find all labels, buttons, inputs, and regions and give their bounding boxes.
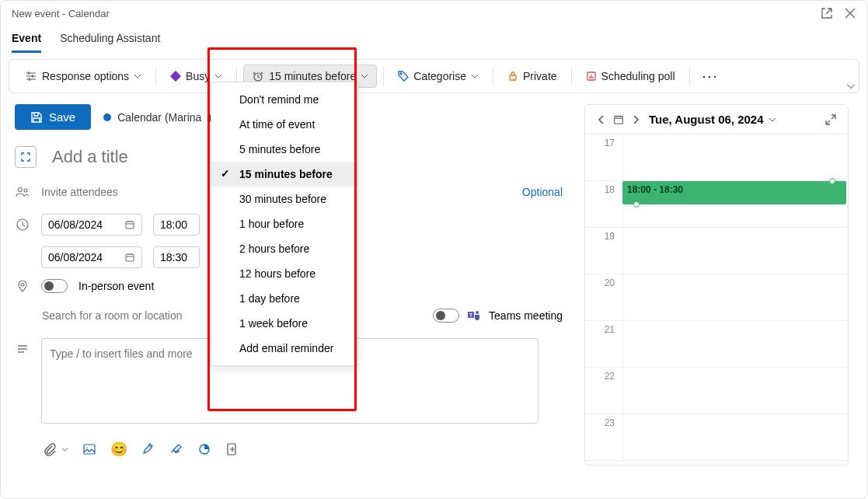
svg-rect-8 — [126, 222, 134, 229]
event-handle-bottom[interactable] — [633, 201, 640, 208]
start-time-input[interactable]: 18:00 — [153, 214, 200, 236]
titlebar: New event - Calendar — [1, 1, 867, 23]
scheduling-poll-button[interactable]: Scheduling poll — [578, 65, 683, 87]
reminder-option[interactable]: At time of event — [211, 112, 357, 137]
calendar-icon — [124, 219, 135, 230]
start-date-input[interactable]: 06/08/2024 — [41, 214, 142, 236]
reminder-option[interactable]: 1 hour before — [211, 211, 357, 236]
reminder-option[interactable]: 5 minutes before — [211, 137, 357, 162]
svg-point-5 — [19, 188, 23, 192]
optional-link[interactable]: Optional — [522, 186, 563, 198]
attach-icon[interactable] — [43, 442, 57, 456]
clock-icon — [252, 70, 264, 82]
toolbar: Response options Busy 15 minutes before … — [9, 59, 859, 93]
reminder-option[interactable]: 2 hours before — [211, 236, 357, 261]
reminder-dropdown: Don't remind me At time of event 5 minut… — [211, 82, 358, 366]
mini-date-select[interactable]: Tue, August 06, 2024 — [649, 113, 776, 126]
insert-icon[interactable] — [225, 442, 239, 456]
inperson-label: In-person event — [78, 280, 154, 292]
chevron-down-icon — [769, 116, 776, 124]
svg-point-15 — [86, 447, 89, 449]
inperson-toggle[interactable] — [41, 279, 68, 293]
svg-rect-3 — [510, 75, 516, 80]
reminder-option[interactable]: 1 day before — [211, 286, 357, 311]
tabs: Event Scheduling Assistant — [1, 23, 867, 53]
response-options-button[interactable]: Response options — [17, 65, 149, 87]
poll-icon — [586, 71, 597, 82]
tab-event[interactable]: Event — [12, 27, 41, 53]
location-icon — [16, 279, 30, 293]
description-icon — [16, 343, 30, 357]
lock-icon — [507, 71, 518, 82]
insert-bar: 😊 — [15, 434, 569, 466]
reminder-option[interactable]: 15 minutes before — [211, 162, 357, 187]
chevron-down-icon — [361, 72, 368, 80]
prev-day-icon[interactable] — [596, 114, 607, 125]
chevron-down-icon — [471, 72, 479, 80]
window-title: New event - Calendar — [12, 8, 110, 19]
emoji-icon[interactable]: 😊 — [110, 441, 127, 458]
close-icon[interactable] — [844, 7, 856, 19]
reminder-option[interactable]: 1 week before — [211, 311, 357, 336]
event-handle-top[interactable] — [829, 178, 835, 184]
teams-icon: T — [467, 309, 481, 323]
calendar-select[interactable]: Calendar (Marina ) — [103, 111, 225, 124]
svg-rect-0 — [170, 71, 181, 82]
today-icon[interactable] — [613, 114, 624, 125]
svg-point-6 — [24, 189, 27, 192]
signature-icon[interactable] — [169, 442, 183, 456]
end-time-input[interactable]: 18:30 — [153, 246, 200, 268]
reminder-option[interactable]: Add email reminder — [211, 336, 357, 361]
save-icon — [30, 111, 43, 124]
people-icon — [16, 185, 30, 199]
chevron-down-icon — [134, 72, 141, 80]
more-button[interactable]: ··· — [696, 68, 725, 85]
save-button[interactable]: Save — [15, 104, 91, 130]
popout-icon[interactable] — [821, 7, 833, 19]
expand-title-icon[interactable] — [15, 146, 37, 168]
event-block[interactable]: 18:00 - 18:30 — [622, 181, 846, 204]
svg-rect-14 — [84, 445, 95, 454]
tag-icon — [398, 71, 409, 82]
next-day-icon[interactable] — [630, 114, 641, 125]
svg-point-2 — [400, 73, 402, 75]
mini-calendar: Tue, August 06, 2024 17 18 19 20 21 22 2… — [584, 104, 849, 466]
busy-icon — [170, 71, 181, 82]
clock-icon — [16, 218, 30, 232]
loop-icon[interactable] — [197, 442, 211, 456]
teams-label: Teams meeting — [489, 309, 563, 322]
sliders-icon — [25, 70, 37, 82]
highlight-icon[interactable] — [141, 442, 155, 456]
svg-text:T: T — [469, 312, 473, 318]
svg-point-10 — [21, 283, 24, 286]
reminder-option[interactable]: 12 hours before — [211, 261, 357, 286]
calendar-color-dot — [103, 113, 111, 121]
teams-toggle[interactable] — [433, 309, 459, 323]
categorise-button[interactable]: Categorise — [390, 65, 486, 87]
toolbar-expand-icon[interactable] — [846, 82, 856, 91]
calendar-icon — [124, 252, 135, 263]
svg-point-13 — [476, 311, 479, 314]
private-button[interactable]: Private — [500, 65, 565, 87]
hour-grid[interactable]: 17 18 19 20 21 22 23 18:00 - 18:30 — [585, 134, 848, 461]
end-date-input[interactable]: 06/08/2024 — [41, 246, 142, 268]
image-icon[interactable] — [82, 442, 96, 456]
svg-rect-18 — [615, 116, 623, 124]
expand-icon[interactable] — [824, 113, 837, 126]
chevron-down-icon[interactable] — [61, 446, 68, 453]
reminder-option[interactable]: Don't remind me — [211, 87, 357, 112]
tab-scheduling[interactable]: Scheduling Assistant — [60, 27, 160, 53]
reminder-option[interactable]: 30 minutes before — [211, 187, 357, 211]
svg-rect-9 — [126, 254, 134, 261]
chevron-down-icon — [214, 72, 222, 80]
